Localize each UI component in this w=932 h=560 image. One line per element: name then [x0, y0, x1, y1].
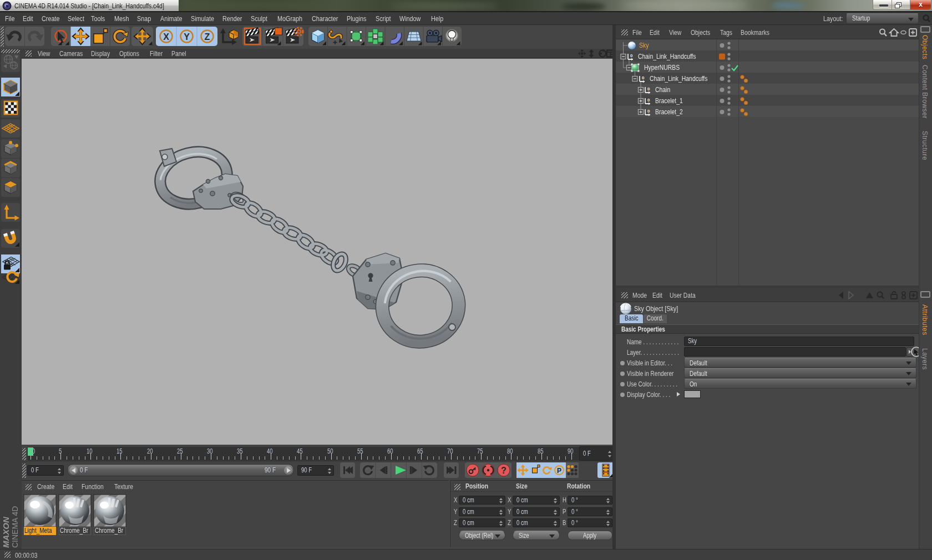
svg-text:Y: Y — [184, 32, 190, 42]
svg-text:Z: Z — [205, 32, 210, 42]
svg-text:X: X — [163, 32, 169, 42]
svg-text:P: P — [557, 467, 561, 475]
svg-text:?: ? — [501, 466, 506, 475]
